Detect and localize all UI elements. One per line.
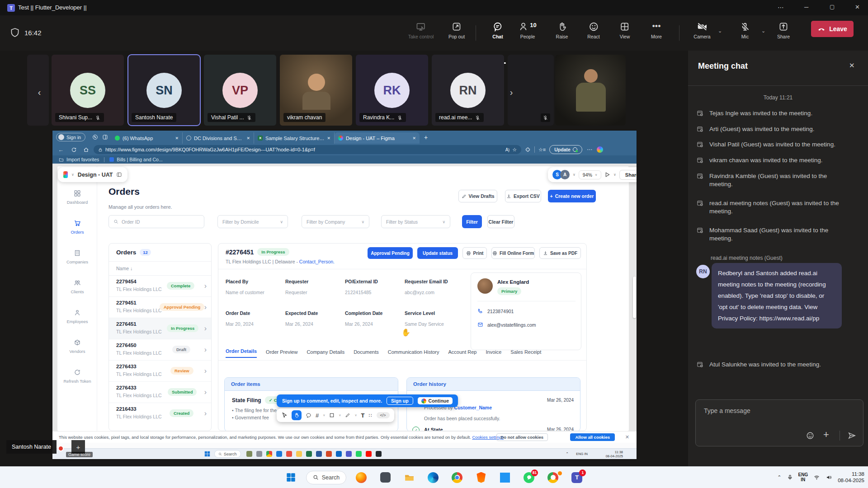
gray-app-icon[interactable] xyxy=(376,469,394,487)
send-icon[interactable] xyxy=(848,432,856,440)
order-id-search-input[interactable]: Order ID xyxy=(108,215,204,228)
taskbar-search-box[interactable]: Search xyxy=(306,471,347,484)
figma-file-pill[interactable]: ∨ Design - UAT xyxy=(58,167,127,182)
tab-account-rep[interactable]: Account Rep xyxy=(448,349,477,358)
leave-button[interactable]: Leave xyxy=(811,21,854,37)
shared-search-box[interactable]: Search xyxy=(214,450,241,458)
contact-person-link[interactable]: Contact_Person. xyxy=(299,259,335,264)
close-tab-icon[interactable]: ✕ xyxy=(175,136,179,141)
chat-message-bubble[interactable]: Redberyl and Santosh added read.ai meeti… xyxy=(712,263,842,328)
dev-mode-toggle[interactable]: </> xyxy=(377,412,390,418)
whatsapp-icon[interactable]: 81 xyxy=(520,469,538,487)
tab-company-details[interactable]: Company Details xyxy=(307,349,344,358)
deny-cookies-button[interactable]: Do not allow cookies xyxy=(496,433,548,441)
sidebar-item-orders[interactable]: Orders xyxy=(57,220,97,235)
clear-filter-button[interactable]: Clear Filter xyxy=(487,215,514,228)
browser-tab-active[interactable]: Design - UAT – Figma ✕ xyxy=(335,132,420,144)
clock[interactable]: 11:3808-04-2025 xyxy=(838,471,864,483)
close-tab-icon[interactable]: ✕ xyxy=(247,136,250,141)
people-button[interactable]: 10 People xyxy=(519,22,536,39)
mic-chevron-icon[interactable]: ⌄ xyxy=(761,28,765,34)
update-status-button[interactable]: Update status xyxy=(417,247,458,259)
tab-actions-icon[interactable] xyxy=(102,134,108,140)
chevron-down-icon[interactable]: ∨ xyxy=(573,173,576,177)
tray-mic-icon[interactable] xyxy=(787,474,793,481)
export-csv-button[interactable]: Export CSV xyxy=(505,190,541,202)
sidebar-item-companies[interactable]: Companies xyxy=(57,249,97,264)
opera-icon[interactable] xyxy=(286,451,292,457)
volume-icon[interactable] xyxy=(826,474,832,480)
shape-tool-icon[interactable] xyxy=(329,413,335,418)
tab-order-details[interactable]: Order Details xyxy=(226,348,257,358)
browser-profile-button[interactable]: Sign in xyxy=(56,133,85,141)
tiles-previous-icon[interactable]: ‹ xyxy=(33,86,45,99)
close-tab-icon[interactable]: ✕ xyxy=(413,136,416,141)
files-app-icon[interactable] xyxy=(256,451,262,457)
video-tile[interactable]: RN read.ai mee... xyxy=(432,55,504,126)
contact-email[interactable]: alex@vstatefilings.com xyxy=(487,322,536,328)
video-tile[interactable]: vikram chavan xyxy=(280,55,352,126)
start-button[interactable] xyxy=(282,469,300,487)
order-row[interactable]: 2276450TL Flex Holdings LLCDraft› xyxy=(109,339,211,361)
powerpoint-icon[interactable] xyxy=(326,451,332,457)
collaborator-avatar[interactable]: A xyxy=(560,170,570,179)
edge-icon[interactable] xyxy=(276,451,282,457)
order-row[interactable]: 2216433TL Flex Holdings LLCCreated› xyxy=(109,403,211,424)
sidebar-item-refresh-token[interactable]: Refresh Token xyxy=(57,369,97,384)
browser-tab[interactable]: DC Divisions and Surroundings ✕ xyxy=(183,132,254,144)
order-row[interactable]: 2276433TL Flex Holdings LLCReview› xyxy=(109,361,211,382)
github-icon[interactable] xyxy=(376,451,382,457)
sidebar-item-vendors[interactable]: Vendors xyxy=(57,339,97,354)
word-icon[interactable] xyxy=(316,451,322,457)
more-button[interactable]: ••• More xyxy=(651,22,662,39)
sidebar-item-employees[interactable]: Employees xyxy=(57,309,97,324)
move-tool-icon[interactable] xyxy=(281,412,288,418)
save-as-pdf-button[interactable]: Save as PDF xyxy=(539,247,581,259)
favorites-bar-icon[interactable]: ☆≡ xyxy=(538,147,546,153)
filter-button[interactable]: Filter xyxy=(462,215,482,228)
browser-tab[interactable]: (6) WhatsApp ✕ xyxy=(111,132,183,144)
approval-pending-button[interactable]: Approval Pending xyxy=(368,247,413,259)
sidebar-item-dashboard[interactable]: Dashboard xyxy=(57,190,97,205)
teams-icon[interactable]: T 1 xyxy=(568,469,586,487)
filter-company-select[interactable]: Filter by Company∨ xyxy=(302,215,369,228)
workspaces-icon[interactable] xyxy=(92,134,98,140)
update-browser-button[interactable]: Update xyxy=(549,145,582,154)
text-tool-icon[interactable]: T xyxy=(361,412,365,419)
video-tile-active-speaker[interactable]: SN Santosh Narate xyxy=(128,55,200,126)
tray-chevron-icon[interactable]: ⌃ xyxy=(777,474,781,480)
shared-clock[interactable]: 11:3808-04-2025 xyxy=(606,450,623,458)
figma-share-button[interactable]: Share xyxy=(619,170,637,180)
tiles-next-icon[interactable]: › xyxy=(505,86,517,99)
chevron-down-icon[interactable]: ∨ xyxy=(613,173,616,177)
maximize-icon[interactable]: ▢ xyxy=(830,4,835,10)
create-new-order-button[interactable]: +Create new order xyxy=(548,190,596,202)
outlook-icon[interactable] xyxy=(336,451,342,457)
tab-sales-receipt[interactable]: Sales Receipt xyxy=(510,349,541,358)
camera-button[interactable]: Camera xyxy=(693,22,710,39)
react-button[interactable]: React xyxy=(587,22,599,39)
fill-online-form-button[interactable]: Fill Online Form xyxy=(491,247,535,259)
wifi-icon[interactable] xyxy=(813,474,820,480)
excel-icon[interactable] xyxy=(306,451,312,457)
browser-tab[interactable]: X Sample Salary Structure with calc ✕ xyxy=(254,132,335,144)
comment-tool-icon[interactable] xyxy=(306,413,311,418)
hand-tool-icon-active[interactable] xyxy=(292,410,302,420)
allow-cookies-button[interactable]: Allow all cookies xyxy=(570,433,615,441)
video-tile[interactable] xyxy=(555,55,626,126)
video-tile[interactable]: SS Shivani Sup... xyxy=(52,55,124,126)
order-row[interactable]: 2279454TL Flex Holdings LLCComplete› xyxy=(109,276,211,297)
raise-hand-button[interactable]: Raise xyxy=(556,22,568,39)
message-composer[interactable]: Type a message + xyxy=(695,399,863,446)
photo-app-icon[interactable] xyxy=(246,451,252,457)
order-row[interactable]: 2279451TL Flex Holdings LLCApproval Pend… xyxy=(109,297,211,318)
back-icon[interactable]: ← xyxy=(58,146,64,153)
favorite-star-icon[interactable]: ☆ xyxy=(512,147,517,153)
list-column-header[interactable]: Name ↓ xyxy=(109,262,211,276)
view-button[interactable]: View xyxy=(620,22,630,39)
explorer-icon[interactable] xyxy=(296,451,302,457)
extensions-icon[interactable] xyxy=(525,147,531,153)
attach-plus-icon[interactable]: + xyxy=(823,429,829,441)
home-icon[interactable] xyxy=(83,147,89,153)
camera-chevron-icon[interactable]: ⌄ xyxy=(718,28,722,34)
